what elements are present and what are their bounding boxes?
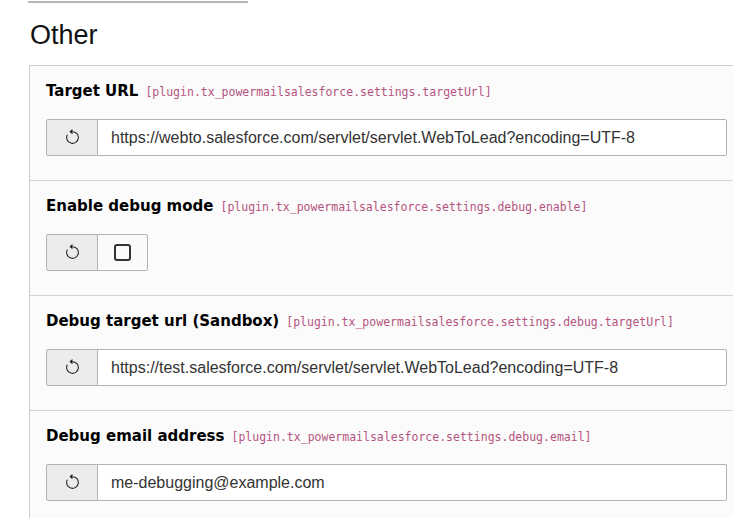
debug-email-input[interactable]	[97, 464, 727, 501]
setting-label: Target URL [plugin.tx_powermailsalesforc…	[46, 81, 727, 102]
truncated-element-above	[28, 1, 248, 3]
undo-reset-icon	[64, 244, 81, 261]
setting-label-text: Enable debug mode	[46, 196, 213, 216]
setting-label: Debug email address [plugin.tx_powermail…	[46, 426, 727, 447]
constant-path: [plugin.tx_powermailsalesforce.settings.…	[231, 427, 591, 447]
setting-label-text: Debug email address	[46, 426, 224, 446]
setting-label-text: Target URL	[46, 81, 138, 101]
debug-target-url-input[interactable]	[97, 349, 727, 386]
setting-row-debug-email: Debug email address [plugin.tx_powermail…	[30, 410, 733, 518]
checkbox-unchecked-icon	[114, 244, 131, 261]
reset-default-button[interactable]	[46, 349, 98, 386]
setting-row-debug-target-url: Debug target url (Sandbox) [plugin.tx_po…	[30, 295, 733, 410]
constant-path: [plugin.tx_powermailsalesforce.settings.…	[286, 312, 674, 332]
constant-path: [plugin.tx_powermailsalesforce.settings.…	[145, 82, 491, 102]
target-url-input[interactable]	[97, 119, 727, 156]
input-group	[46, 464, 727, 501]
undo-reset-icon	[64, 129, 81, 146]
setting-label: Enable debug mode [plugin.tx_powermailsa…	[46, 196, 727, 217]
reset-default-button[interactable]	[46, 119, 98, 156]
constant-path: [plugin.tx_powermailsalesforce.settings.…	[220, 197, 587, 217]
input-group	[46, 234, 727, 271]
setting-row-enable-debug-mode: Enable debug mode [plugin.tx_powermailsa…	[30, 180, 733, 295]
debug-enable-checkbox[interactable]	[97, 234, 148, 271]
category-heading: Other	[30, 21, 98, 50]
reset-default-button[interactable]	[46, 234, 98, 271]
setting-row-target-url: Target URL [plugin.tx_powermailsalesforc…	[30, 66, 733, 180]
setting-label-text: Debug target url (Sandbox)	[46, 311, 279, 331]
settings-panel: Target URL [plugin.tx_powermailsalesforc…	[29, 65, 733, 518]
undo-reset-icon	[64, 474, 81, 491]
undo-reset-icon	[64, 359, 81, 376]
input-group	[46, 349, 727, 386]
input-group	[46, 119, 727, 156]
reset-default-button[interactable]	[46, 464, 98, 501]
setting-label: Debug target url (Sandbox) [plugin.tx_po…	[46, 311, 727, 332]
